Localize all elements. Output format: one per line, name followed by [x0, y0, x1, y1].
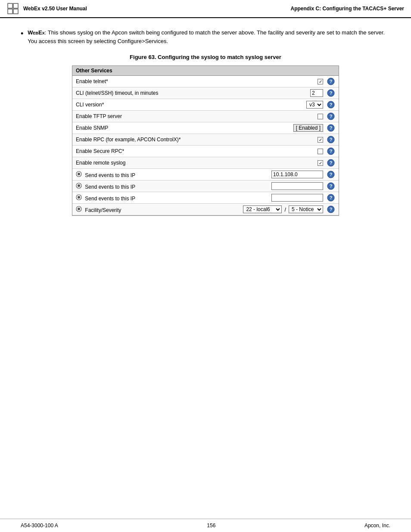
services-panel: Other Services Enable telnet* ? CLI (tel… [72, 65, 339, 216]
page-wrapper: WebEx v2.50 User Manual Appendix C: Conf… [0, 0, 411, 532]
svg-point-34 [78, 208, 80, 210]
svg-text:?: ? [330, 90, 333, 96]
svg-text:?: ? [330, 172, 333, 177]
sub-icon-4 [76, 206, 82, 212]
checkbox-enable-tftp[interactable] [318, 114, 323, 119]
control-facility-severity: 22 - local6 / 5 - Notice ? [243, 205, 335, 214]
label-enable-remote-syslog: Enable remote syslog [76, 160, 318, 166]
row-facility-severity: Facility/Severity 22 - local6 / 5 - Noti… [72, 204, 339, 215]
panel-title: Other Services [72, 66, 339, 76]
svg-rect-1 [13, 3, 18, 8]
row-enable-telnet: Enable telnet* ? [72, 76, 339, 87]
page-footer: A54-3000-100 A 156 Apcon, Inc. [0, 519, 411, 532]
brand-name: WebEx [28, 29, 44, 36]
svg-rect-0 [8, 3, 12, 8]
control-cli-timeout: ? [310, 89, 335, 97]
label-enable-secure-rpc: Enable Secure RPC* [76, 148, 318, 154]
label-send-events-3: Send events to this IP [76, 194, 271, 202]
manual-title: WebEx v2.50 User Manual [23, 6, 87, 12]
svg-point-30 [78, 196, 80, 199]
control-enable-rpc: ? [318, 135, 335, 144]
svg-rect-3 [13, 9, 18, 14]
checkbox-enable-rpc[interactable] [318, 137, 323, 143]
svg-point-22 [78, 173, 80, 175]
svg-text:?: ? [330, 137, 333, 142]
row-enable-secure-rpc: Enable Secure RPC* ? [72, 146, 339, 157]
help-icon-send-events-2[interactable]: ? [327, 182, 335, 190]
separator: / [283, 206, 287, 213]
row-cli-timeout: CLI (telnet/SSH) timeout, in minutes ? [72, 87, 339, 99]
label-enable-rpc: Enable RPC (for example, APCON ControlX)… [76, 137, 318, 143]
input-send-events-3[interactable] [271, 194, 323, 202]
label-enable-tftp: Enable TFTP server [76, 113, 318, 119]
input-cli-timeout[interactable] [310, 89, 323, 97]
label-enable-telnet: Enable telnet* [76, 78, 318, 84]
header-icon [7, 3, 19, 15]
label-cli-version: CLI version* [76, 102, 306, 108]
help-icon-tftp[interactable]: ? [327, 112, 335, 121]
control-enable-tftp: ? [318, 112, 335, 121]
help-icon-send-events-3[interactable]: ? [327, 193, 335, 202]
bullet-body: : This shows syslog on the Apcon switch … [28, 29, 385, 44]
bullet-text: WebEx: This shows syslog on the Apcon sw… [28, 28, 390, 45]
checkbox-enable-remote-syslog[interactable] [318, 160, 323, 166]
row-cli-version: CLI version* v1 v2 v3 ? [72, 99, 339, 111]
footer-left: A54-3000-100 A [21, 523, 58, 529]
checkbox-enable-telnet[interactable] [318, 79, 323, 84]
label-send-events-1: Send events to this IP [76, 171, 271, 178]
snmp-status-badge: [ Enabled ] [293, 124, 323, 132]
help-icon-secure-rpc[interactable]: ? [327, 147, 335, 156]
label-send-events-2: Send events to this IP [76, 183, 271, 190]
footer-center: 156 [207, 523, 215, 529]
page-header: WebEx v2.50 User Manual Appendix C: Conf… [0, 0, 411, 18]
row-send-events-3: Send events to this IP ? [72, 192, 339, 204]
bullet-dot: • [21, 28, 23, 39]
svg-text:?: ? [330, 184, 333, 189]
row-send-events-1: Send events to this IP ? [72, 169, 339, 180]
bullet-section: • WebEx: This shows syslog on the Apcon … [21, 28, 390, 45]
help-icon-facility-severity[interactable]: ? [327, 205, 335, 214]
help-icon-cli-version[interactable]: ? [327, 100, 335, 109]
checkbox-enable-secure-rpc[interactable] [318, 149, 323, 154]
row-enable-rpc: Enable RPC (for example, APCON ControlX)… [72, 134, 339, 146]
svg-text:?: ? [330, 79, 333, 84]
select-severity[interactable]: 5 - Notice [289, 205, 323, 213]
svg-text:?: ? [330, 102, 333, 107]
control-send-events-1: ? [271, 170, 335, 179]
row-enable-snmp: Enable SNMP [ Enabled ] ? [72, 122, 339, 134]
svg-text:?: ? [330, 207, 333, 212]
help-icon-send-events-1[interactable]: ? [327, 170, 335, 179]
help-icon-telnet[interactable]: ? [327, 77, 335, 86]
help-icon-rpc[interactable]: ? [327, 135, 335, 144]
label-facility-severity: Facility/Severity [76, 206, 243, 213]
label-cli-timeout: CLI (telnet/SSH) timeout, in minutes [76, 90, 310, 96]
appendix-title: Appendix C: Configuring the TACACS+ Serv… [291, 6, 404, 12]
input-send-events-2[interactable] [271, 182, 323, 190]
svg-text:?: ? [330, 160, 333, 165]
svg-rect-2 [8, 9, 12, 14]
help-icon-remote-syslog[interactable]: ? [327, 159, 335, 167]
row-enable-remote-syslog: Enable remote syslog ? [72, 157, 339, 169]
control-enable-snmp: [ Enabled ] ? [293, 124, 335, 132]
label-enable-snmp: Enable SNMP [76, 125, 293, 131]
control-enable-secure-rpc: ? [318, 147, 335, 156]
svg-text:?: ? [330, 149, 333, 154]
figure-caption: Figure 63. Configuring the syslog to mat… [21, 54, 390, 60]
sub-icon-3 [76, 194, 82, 200]
help-icon-cli-timeout[interactable]: ? [327, 89, 335, 97]
sub-icon-2 [76, 183, 82, 189]
footer-right: Apcon, Inc. [364, 523, 390, 529]
select-cli-version[interactable]: v1 v2 v3 [306, 101, 323, 109]
svg-text:?: ? [330, 195, 333, 200]
control-send-events-3: ? [271, 193, 335, 202]
control-cli-version: v1 v2 v3 ? [306, 100, 335, 109]
page-content: • WebEx: This shows syslog on the Apcon … [0, 18, 411, 233]
help-icon-snmp[interactable]: ? [327, 124, 335, 132]
control-enable-telnet: ? [318, 77, 335, 86]
select-facility[interactable]: 22 - local6 [243, 205, 282, 213]
svg-text:?: ? [330, 125, 333, 131]
row-send-events-2: Send events to this IP ? [72, 180, 339, 192]
input-send-events-1[interactable] [271, 171, 323, 178]
control-enable-remote-syslog: ? [318, 159, 335, 167]
row-enable-tftp: Enable TFTP server ? [72, 111, 339, 122]
